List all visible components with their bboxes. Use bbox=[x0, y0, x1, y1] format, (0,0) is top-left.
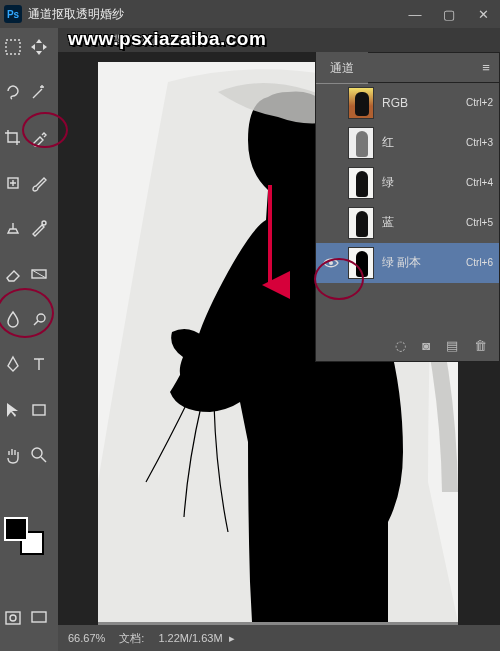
channel-row-rgb[interactable]: RGB Ctrl+2 bbox=[316, 83, 499, 123]
window-title: 通道抠取透明婚纱 bbox=[28, 6, 124, 23]
window-titlebar: Ps 通道抠取透明婚纱 — ▢ ✕ bbox=[0, 0, 500, 28]
channel-thumb bbox=[348, 247, 374, 279]
channels-footer: ◌ ◙ ▤ 🗑 bbox=[316, 329, 499, 361]
save-selection-icon[interactable]: ◙ bbox=[422, 338, 430, 353]
visibility-toggle[interactable] bbox=[322, 94, 340, 112]
zoom-level[interactable]: 66.67% bbox=[68, 632, 105, 644]
channel-thumb bbox=[348, 167, 374, 199]
visibility-toggle[interactable] bbox=[322, 214, 340, 232]
hand-tool[interactable] bbox=[0, 442, 26, 468]
quickmask-button[interactable] bbox=[0, 605, 26, 631]
channels-list: RGB Ctrl+2 红 Ctrl+3 绿 Ctrl+4 蓝 Ctrl+5 绿 … bbox=[316, 83, 499, 283]
channel-name: RGB bbox=[382, 96, 466, 110]
channel-thumb bbox=[348, 127, 374, 159]
channel-row-green[interactable]: 绿 Ctrl+4 bbox=[316, 163, 499, 203]
move-tool[interactable] bbox=[26, 34, 52, 60]
svg-rect-7 bbox=[6, 612, 20, 624]
blur-tool[interactable] bbox=[0, 306, 26, 332]
channel-thumb bbox=[348, 87, 374, 119]
fg-color-swatch[interactable] bbox=[4, 517, 28, 541]
brush-tool[interactable] bbox=[26, 170, 52, 196]
dodge-tool[interactable] bbox=[26, 306, 52, 332]
svg-point-11 bbox=[329, 261, 333, 265]
delete-channel-icon[interactable]: 🗑 bbox=[474, 338, 487, 353]
channel-shortcut: Ctrl+4 bbox=[466, 177, 493, 188]
type-tool[interactable] bbox=[26, 351, 52, 377]
channel-shortcut: Ctrl+5 bbox=[466, 217, 493, 228]
svg-point-8 bbox=[10, 615, 16, 621]
minimize-button[interactable]: — bbox=[398, 0, 432, 28]
channel-thumb bbox=[348, 207, 374, 239]
path-select-tool[interactable] bbox=[0, 397, 26, 423]
history-brush-tool[interactable] bbox=[26, 215, 52, 241]
status-doc-values: 1.22M/1.63M bbox=[158, 632, 222, 644]
channel-shortcut: Ctrl+3 bbox=[466, 137, 493, 148]
lasso-tool[interactable] bbox=[0, 79, 26, 105]
channel-name: 绿 副本 bbox=[382, 254, 466, 271]
svg-rect-0 bbox=[6, 40, 20, 54]
channel-row-green-copy[interactable]: 绿 副本 Ctrl+6 bbox=[316, 243, 499, 283]
channel-name: 绿 bbox=[382, 174, 466, 191]
ps-app-icon: Ps bbox=[4, 5, 22, 23]
eraser-tool[interactable] bbox=[0, 261, 26, 287]
magic-wand-tool[interactable] bbox=[26, 79, 52, 105]
panel-menu-icon[interactable]: ≡ bbox=[473, 60, 499, 75]
svg-point-4 bbox=[37, 314, 45, 322]
rectangle-tool[interactable] bbox=[26, 397, 52, 423]
maximize-button[interactable]: ▢ bbox=[432, 0, 466, 28]
tools-panel bbox=[0, 28, 58, 651]
channel-name: 蓝 bbox=[382, 214, 466, 231]
visibility-toggle[interactable] bbox=[322, 174, 340, 192]
marquee-tool[interactable] bbox=[0, 34, 26, 60]
close-button[interactable]: ✕ bbox=[466, 0, 500, 28]
channel-shortcut: Ctrl+2 bbox=[466, 97, 493, 108]
zoom-tool[interactable] bbox=[26, 442, 52, 468]
crop-tool[interactable] bbox=[0, 125, 26, 151]
eyedropper-tool[interactable] bbox=[26, 125, 52, 151]
patch-tool[interactable] bbox=[0, 170, 26, 196]
channel-name: 红 bbox=[382, 134, 466, 151]
svg-point-2 bbox=[42, 221, 46, 225]
gradient-tool[interactable] bbox=[26, 261, 52, 287]
svg-rect-9 bbox=[32, 612, 46, 622]
status-menu-icon[interactable]: ▸ bbox=[229, 632, 235, 645]
watermark: www.psxiazaiba.com bbox=[68, 28, 266, 50]
status-bar: 66.67% 文档: 1.22M/1.63M ▸ bbox=[58, 625, 500, 651]
channel-shortcut: Ctrl+6 bbox=[466, 257, 493, 268]
svg-rect-5 bbox=[33, 405, 45, 415]
new-channel-icon[interactable]: ▤ bbox=[446, 338, 458, 353]
color-swatches[interactable] bbox=[4, 517, 48, 557]
load-selection-icon[interactable]: ◌ bbox=[395, 338, 406, 353]
pen-tool[interactable] bbox=[0, 351, 26, 377]
clone-stamp-tool[interactable] bbox=[0, 215, 26, 241]
svg-point-6 bbox=[32, 448, 42, 458]
status-doc-label: 文档: bbox=[119, 631, 144, 646]
screenmode-button[interactable] bbox=[26, 605, 52, 631]
channel-row-red[interactable]: 红 Ctrl+3 bbox=[316, 123, 499, 163]
channel-row-blue[interactable]: 蓝 Ctrl+5 bbox=[316, 203, 499, 243]
channels-panel: 通道 ≡ RGB Ctrl+2 红 Ctrl+3 绿 Ctrl+4 蓝 Ctrl… bbox=[315, 52, 500, 362]
channels-tab[interactable]: 通道 bbox=[316, 52, 368, 84]
visibility-toggle[interactable] bbox=[322, 134, 340, 152]
visibility-toggle[interactable] bbox=[322, 254, 340, 272]
